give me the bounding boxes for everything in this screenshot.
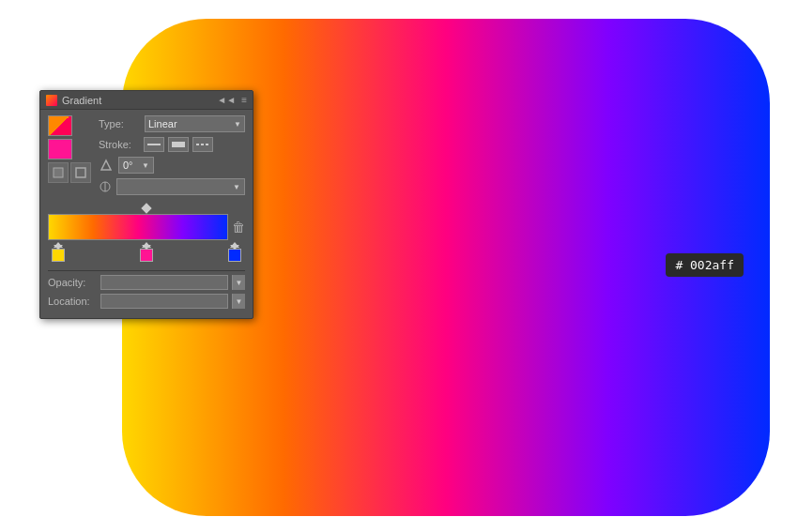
type-select-arrow: ▼ xyxy=(234,120,241,129)
angle-arrow: ▼ xyxy=(142,161,149,170)
gradient-bar[interactable] xyxy=(48,214,228,240)
opacity-arrow[interactable]: ▼ xyxy=(232,275,245,290)
fill-swatch[interactable] xyxy=(48,115,72,136)
opacity-label: Opacity: xyxy=(48,277,97,288)
stroke-icon[interactable] xyxy=(70,162,91,183)
svg-rect-1 xyxy=(76,168,85,177)
swatch-column xyxy=(48,115,91,195)
fill-icon[interactable] xyxy=(48,162,69,183)
scale-icon xyxy=(99,180,112,193)
stroke-btn-1[interactable] xyxy=(144,137,164,152)
location-arrow[interactable]: ▼ xyxy=(232,294,245,309)
diamond-row xyxy=(48,205,245,212)
gradient-panel-icon xyxy=(46,95,57,106)
gradient-bar-wrapper: 🗑 xyxy=(48,214,245,240)
color-tooltip: # 002aff xyxy=(666,253,744,277)
angle-value: 0° xyxy=(123,160,133,171)
stop-pink[interactable] xyxy=(140,249,153,262)
stroke-label: Stroke: xyxy=(99,139,140,150)
opacity-input[interactable] xyxy=(100,275,228,290)
svg-rect-0 xyxy=(54,168,63,177)
location-label: Location: xyxy=(48,296,97,307)
location-input[interactable] xyxy=(100,294,228,309)
scale-row: ▼ xyxy=(99,178,245,195)
location-row: Location: ▼ xyxy=(48,294,245,309)
stroke-swatch[interactable] xyxy=(48,139,72,160)
stroke-row: Stroke: xyxy=(99,137,245,152)
gradient-panel: Gradient ◄◄ ≡ xyxy=(39,90,253,319)
stop-blue[interactable] xyxy=(228,249,241,262)
opacity-row: Opacity: ▼ xyxy=(48,275,245,290)
stop-yellow[interactable] xyxy=(52,249,65,262)
panel-content: Type: Linear ▼ Stroke: xyxy=(40,110,253,318)
color-value-text: # 002aff xyxy=(675,258,734,272)
stroke-btn-2[interactable] xyxy=(168,137,189,152)
panel-menu-button[interactable]: ≡ xyxy=(241,95,247,105)
stroke-btn-3[interactable] xyxy=(192,137,213,152)
type-row: Type: Linear ▼ xyxy=(99,115,245,132)
scale-input[interactable]: ▼ xyxy=(116,178,245,195)
panel-title: Gradient xyxy=(62,95,101,106)
type-label: Type: xyxy=(99,118,140,129)
angle-icon xyxy=(99,158,114,173)
scale-arrow: ▼ xyxy=(233,183,240,191)
panel-titlebar: Gradient ◄◄ ≡ xyxy=(40,91,253,110)
type-select[interactable]: Linear ▼ xyxy=(145,115,245,132)
delete-stop-button[interactable]: 🗑 xyxy=(232,220,245,235)
panel-titlebar-left: Gradient xyxy=(46,95,101,106)
angle-row: 0° ▼ xyxy=(99,157,245,174)
type-value: Linear xyxy=(148,118,177,129)
panel-collapse-button[interactable]: ◄◄ xyxy=(217,95,236,105)
angle-input[interactable]: 0° ▼ xyxy=(118,157,154,174)
svg-marker-2 xyxy=(101,160,111,170)
panel-separator xyxy=(48,270,245,271)
controls-column: Type: Linear ▼ Stroke: xyxy=(99,115,245,200)
panel-titlebar-right: ◄◄ ≡ xyxy=(217,95,247,105)
color-stops-row xyxy=(48,240,245,266)
diamond-handle[interactable] xyxy=(141,203,151,213)
